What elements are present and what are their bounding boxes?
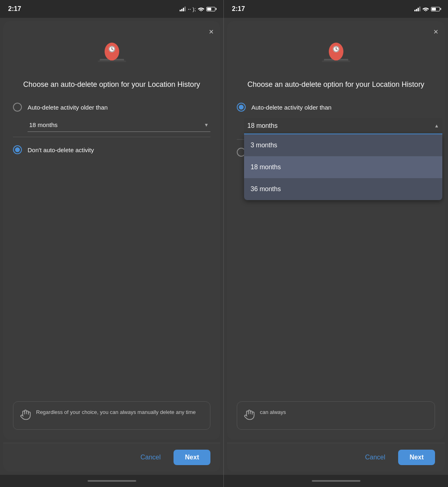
right-hero-icon — [320, 37, 352, 70]
left-info-text: Regardless of your choice, you can alway… — [36, 408, 196, 416]
right-dropdown-option-3months[interactable]: 3 months — [244, 134, 442, 156]
left-hand-icon — [20, 409, 31, 423]
left-dialog-footer: Cancel Next — [3, 443, 220, 472]
svg-rect-11 — [322, 60, 350, 62]
right-status-bar: 2:17 — [224, 0, 448, 18]
svg-rect-2 — [98, 60, 126, 62]
left-phone-panel: 2:17 ⋅⋅ ); × — [0, 0, 224, 487]
left-option1-row: Auto-delete activity older than — [13, 103, 210, 112]
left-wifi-icon: ⋅⋅ ); — [188, 6, 196, 12]
left-radio-option1[interactable] — [13, 103, 22, 112]
left-divider — [13, 137, 210, 137]
right-option1-label: Auto-delete activity older than — [251, 104, 332, 111]
left-info-box: Regardless of your choice, you can alway… — [13, 401, 210, 430]
left-dialog: × Choose an auto-del — [3, 21, 220, 440]
left-dropdown[interactable]: 18 months ▼ — [28, 118, 210, 132]
left-dialog-title: Choose an auto-delete option for your Lo… — [23, 80, 200, 90]
right-info-box: can always — [237, 401, 435, 430]
left-home-bar — [88, 480, 136, 482]
right-battery-icon — [431, 7, 440, 11]
right-dropdown-value: 18 months — [247, 122, 278, 129]
svg-point-9 — [425, 11, 427, 11]
right-time: 2:17 — [232, 5, 245, 13]
left-dropdown-arrow-icon: ▼ — [204, 122, 209, 128]
svg-rect-5 — [110, 56, 114, 60]
right-home-indicator — [224, 475, 448, 487]
right-dropdown-wrapper: 18 months ▲ 3 months 18 months 36 months — [244, 118, 442, 134]
left-battery-icon — [206, 7, 215, 11]
right-dialog-title: Choose an auto-delete option for your Lo… — [247, 80, 424, 90]
right-status-icons — [414, 6, 440, 11]
left-dialog-content: Choose an auto-delete option for your Lo… — [3, 21, 220, 440]
left-cancel-button[interactable]: Cancel — [134, 450, 167, 465]
right-radio-option1[interactable] — [237, 103, 246, 112]
left-dropdown-value: 18 months — [29, 121, 58, 128]
right-dropdown-option-18months[interactable]: 18 months — [244, 156, 442, 178]
left-option2-label: Don't auto-delete activity — [28, 147, 94, 153]
right-option1-row: Auto-delete activity older than — [237, 103, 435, 112]
left-dropdown-wrapper: 18 months ▼ — [28, 118, 210, 132]
left-signal-icon — [180, 6, 186, 11]
left-option2-row: Don't auto-delete activity — [13, 145, 210, 154]
left-status-bar: 2:17 ⋅⋅ ); — [0, 0, 223, 18]
svg-rect-14 — [334, 56, 338, 60]
right-dialog-content: Choose an auto-delete option for your Lo… — [227, 21, 445, 440]
right-dialog: × Choose an auto-delete option for your … — [227, 21, 445, 440]
right-dropdown[interactable]: 18 months ▲ — [244, 118, 442, 134]
right-dropdown-arrow-icon: ▲ — [434, 123, 439, 129]
right-next-button[interactable]: Next — [398, 450, 435, 465]
right-dropdown-option-36months[interactable]: 36 months — [244, 178, 442, 200]
left-option1-label: Auto-delete activity older than — [28, 104, 108, 111]
left-hero-icon — [96, 37, 128, 70]
left-wifi-icon — [198, 6, 204, 11]
left-close-button[interactable]: × — [209, 28, 214, 36]
right-dropdown-menu: 3 months 18 months 36 months — [244, 134, 442, 200]
right-home-bar — [312, 480, 360, 482]
left-time: 2:17 — [8, 5, 21, 13]
right-phone-panel: 2:17 × — [224, 0, 448, 487]
right-cancel-button[interactable]: Cancel — [359, 450, 392, 465]
left-home-indicator — [0, 475, 223, 487]
left-status-icons: ⋅⋅ ); — [180, 6, 215, 12]
left-next-button[interactable]: Next — [174, 450, 210, 465]
right-wifi-icon — [422, 6, 429, 11]
right-signal-icon — [414, 6, 420, 11]
right-hand-icon — [244, 409, 255, 423]
right-info-text: can always — [260, 408, 286, 416]
right-close-button[interactable]: × — [433, 28, 438, 36]
right-dialog-footer: Cancel Next — [227, 443, 445, 472]
left-radio-option2[interactable] — [13, 145, 22, 154]
svg-point-0 — [201, 11, 202, 11]
